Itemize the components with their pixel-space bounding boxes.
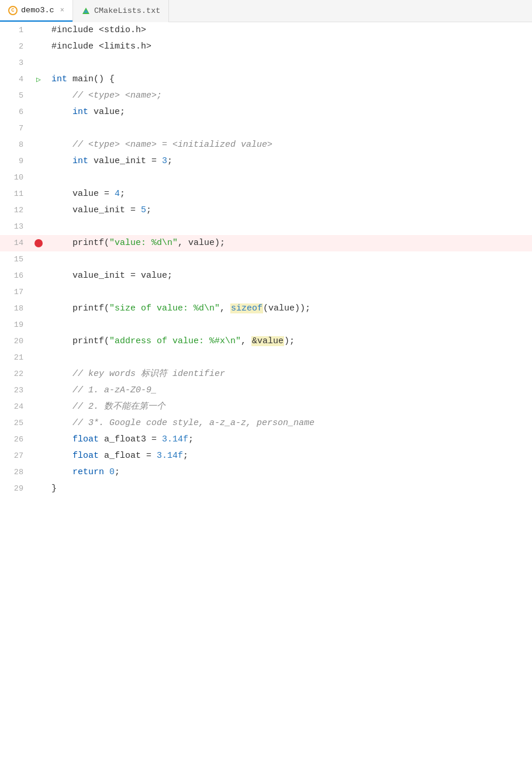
line-num-26: 26 bbox=[0, 432, 30, 448]
line-content-1: #include <stdio.h> bbox=[47, 22, 532, 39]
code-line-29: 29 } bbox=[0, 481, 532, 497]
code-line-16: 16 value_init = value; bbox=[0, 268, 532, 284]
line-content-10 bbox=[47, 170, 532, 186]
line-num-3: 3 bbox=[0, 55, 30, 71]
gutter-15 bbox=[30, 251, 47, 268]
line-content-5: // <type> <name>; bbox=[47, 88, 532, 104]
line-content-17 bbox=[47, 284, 532, 301]
run-arrow-icon[interactable]: ▷ bbox=[36, 76, 41, 84]
code-line-19: 19 bbox=[0, 317, 532, 333]
gutter-20 bbox=[30, 333, 47, 350]
line-num-22: 22 bbox=[0, 366, 30, 382]
code-line-2: 2 #include <limits.h> bbox=[0, 39, 532, 55]
gutter-24 bbox=[30, 399, 47, 415]
line-content-26: float a_float3 = 3.14f; bbox=[47, 432, 532, 448]
code-line-13: 13 bbox=[0, 219, 532, 235]
gutter-2 bbox=[30, 39, 47, 55]
code-line-9: 9 int value_init = 3; bbox=[0, 153, 532, 170]
code-line-17: 17 bbox=[0, 284, 532, 301]
gutter-9 bbox=[30, 153, 47, 170]
line-num-29: 29 bbox=[0, 481, 30, 497]
line-content-21 bbox=[47, 350, 532, 366]
code-line-10: 10 bbox=[0, 170, 532, 186]
gutter-17 bbox=[30, 284, 47, 301]
code-line-24: 24 // 2. 数不能在第一个 bbox=[0, 399, 532, 415]
gutter-14[interactable] bbox=[30, 235, 47, 251]
gutter-19 bbox=[30, 317, 47, 333]
line-num-25: 25 bbox=[0, 415, 30, 432]
line-content-13 bbox=[47, 219, 532, 235]
line-num-11: 11 bbox=[0, 186, 30, 202]
line-num-8: 8 bbox=[0, 137, 30, 153]
line-content-28: return 0; bbox=[47, 464, 532, 481]
gutter-27 bbox=[30, 448, 47, 464]
code-line-3: 3 bbox=[0, 55, 532, 71]
line-content-23: // 1. a-zA-Z0-9_ bbox=[47, 382, 532, 399]
line-content-8: // <type> <name> = <initialized value> bbox=[47, 137, 532, 153]
gutter-5 bbox=[30, 88, 47, 104]
line-content-24: // 2. 数不能在第一个 bbox=[47, 399, 532, 415]
gutter-11 bbox=[30, 186, 47, 202]
code-line-5: 5 // <type> <name>; bbox=[0, 88, 532, 104]
code-line-8: 8 // <type> <name> = <initialized value> bbox=[0, 137, 532, 153]
line-content-14: printf("value: %d\n", value); bbox=[47, 235, 532, 251]
code-line-28: 28 return 0; bbox=[0, 464, 532, 481]
line-num-12: 12 bbox=[0, 202, 30, 219]
gutter-29 bbox=[30, 481, 47, 497]
line-num-14: 14 bbox=[0, 235, 30, 251]
line-content-6: int value; bbox=[47, 104, 532, 120]
line-content-20: printf("address of value: %#x\n", &value… bbox=[47, 333, 532, 350]
line-num-9: 9 bbox=[0, 153, 30, 170]
line-content-29: } bbox=[47, 481, 532, 497]
line-content-27: float a_float = 3.14f; bbox=[47, 448, 532, 464]
breakpoint-dot-icon[interactable] bbox=[34, 239, 43, 247]
line-content-25: // 3*. Google code style, a-z_a-z, perso… bbox=[47, 415, 532, 432]
tab-bar: C demo3.c × CMakeLists.txt bbox=[0, 0, 532, 22]
tab-demo3c-close[interactable]: × bbox=[60, 6, 64, 15]
code-line-21: 21 bbox=[0, 350, 532, 366]
line-num-21: 21 bbox=[0, 350, 30, 366]
gutter-10 bbox=[30, 170, 47, 186]
tab-demo3c-label: demo3.c bbox=[21, 6, 54, 15]
code-line-27: 27 float a_float = 3.14f; bbox=[0, 448, 532, 464]
gutter-18 bbox=[30, 301, 47, 317]
line-content-11: value = 4; bbox=[47, 186, 532, 202]
line-num-2: 2 bbox=[0, 39, 30, 55]
line-num-20: 20 bbox=[0, 333, 30, 350]
code-line-15: 15 bbox=[0, 251, 532, 268]
line-num-27: 27 bbox=[0, 448, 30, 464]
gutter-6 bbox=[30, 104, 47, 120]
line-content-3 bbox=[47, 55, 532, 71]
c-file-icon: C bbox=[8, 6, 18, 15]
line-num-1: 1 bbox=[0, 22, 30, 39]
code-line-4: 4 ▷ int main() { bbox=[0, 71, 532, 88]
gutter-23 bbox=[30, 382, 47, 399]
line-content-2: #include <limits.h> bbox=[47, 39, 532, 55]
gutter-16 bbox=[30, 268, 47, 284]
code-line-25: 25 // 3*. Google code style, a-z_a-z, pe… bbox=[0, 415, 532, 432]
line-content-19 bbox=[47, 317, 532, 333]
gutter-1 bbox=[30, 22, 47, 39]
tab-demo3c[interactable]: C demo3.c × bbox=[0, 0, 73, 22]
line-content-12: value_init = 5; bbox=[47, 202, 532, 219]
code-line-14: 14 printf("value: %d\n", value); bbox=[0, 235, 532, 251]
tab-cmakelists[interactable]: CMakeLists.txt bbox=[73, 0, 169, 22]
line-num-17: 17 bbox=[0, 284, 30, 301]
tab-cmakelists-label: CMakeLists.txt bbox=[94, 6, 160, 15]
gutter-7 bbox=[30, 120, 47, 137]
line-num-15: 15 bbox=[0, 251, 30, 268]
code-line-23: 23 // 1. a-zA-Z0-9_ bbox=[0, 382, 532, 399]
gutter-3 bbox=[30, 55, 47, 71]
code-line-1: 1 #include <stdio.h> bbox=[0, 22, 532, 39]
code-line-22: 22 // key words 标识符 identifier bbox=[0, 366, 532, 382]
gutter-22 bbox=[30, 366, 47, 382]
code-line-20: 20 printf("address of value: %#x\n", &va… bbox=[0, 333, 532, 350]
line-num-6: 6 bbox=[0, 104, 30, 120]
code-line-7: 7 bbox=[0, 120, 532, 137]
gutter-4[interactable]: ▷ bbox=[30, 71, 47, 88]
gutter-12 bbox=[30, 202, 47, 219]
line-content-16: value_init = value; bbox=[47, 268, 532, 284]
line-num-10: 10 bbox=[0, 170, 30, 186]
code-line-12: 12 value_init = 5; bbox=[0, 202, 532, 219]
line-num-5: 5 bbox=[0, 88, 30, 104]
